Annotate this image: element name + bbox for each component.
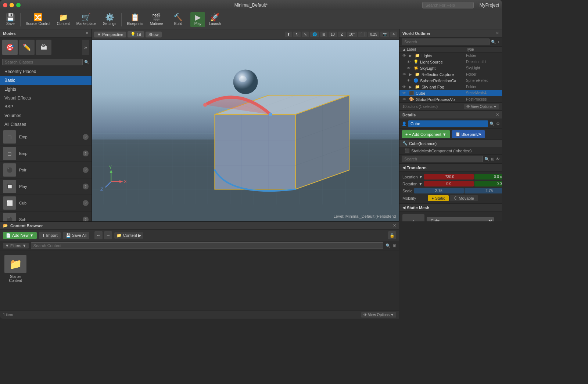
mobility-static-btn[interactable]: ● Static bbox=[428, 195, 449, 201]
outliner-item-skyfog[interactable]: 👁 ▶ 📁 Sky and Fog Folder bbox=[399, 84, 502, 90]
list-item[interactable]: ⚫ Poir ? bbox=[0, 162, 92, 178]
cb-path-item[interactable]: 📁 Content ▶ bbox=[114, 232, 143, 239]
vp-camera-btn[interactable]: 📷 bbox=[380, 32, 389, 37]
save-button[interactable]: 💾 Save bbox=[3, 12, 18, 27]
mobility-movable-btn[interactable]: ⬡ Movable bbox=[450, 195, 478, 201]
rotation-x-input[interactable] bbox=[424, 181, 474, 186]
outliner-item-lightsource[interactable]: 👁 💡 Light Source DirectionalLi bbox=[399, 59, 502, 65]
expand-icon[interactable]: ▶ bbox=[409, 85, 413, 89]
category-visual-effects[interactable]: Visual Effects bbox=[0, 94, 92, 102]
show-btn[interactable]: Show bbox=[146, 32, 162, 37]
category-lights[interactable]: Lights bbox=[0, 85, 92, 94]
item-help-icon[interactable]: ? bbox=[83, 217, 89, 221]
scale-x-input[interactable] bbox=[414, 188, 464, 193]
list-item[interactable]: ◻ Emp ? bbox=[0, 129, 92, 145]
list-item[interactable]: ◻ Emp ? bbox=[0, 145, 92, 162]
vp-world-btn[interactable]: 🌐 bbox=[310, 32, 319, 37]
details-eye-icon[interactable]: 👁 bbox=[496, 157, 500, 161]
help-search-input[interactable] bbox=[422, 2, 474, 8]
blueprints-button[interactable]: 📋 Blueprints bbox=[124, 12, 146, 27]
outliner-item-postprocess[interactable]: 👁 🎨 GlobalPostProcessVo PostProcess bbox=[399, 96, 502, 102]
vp-rotate-btn[interactable]: ↻ bbox=[293, 32, 301, 37]
item-help-icon[interactable]: ? bbox=[83, 151, 89, 156]
category-basic[interactable]: Basic bbox=[0, 76, 92, 85]
save-all-btn[interactable]: 💾 Save All bbox=[63, 232, 90, 239]
source-control-button[interactable]: 🔀 Source Control bbox=[23, 12, 53, 27]
category-bsp[interactable]: BSP bbox=[0, 102, 92, 111]
play-button[interactable]: ▶ Play bbox=[190, 12, 205, 27]
vp-grid-size[interactable]: 10 bbox=[329, 32, 337, 37]
content-button[interactable]: 📁 Content bbox=[54, 12, 73, 27]
vp-scale-btn[interactable]: ⤡ bbox=[302, 32, 309, 37]
modes-close-icon[interactable]: ✕ bbox=[85, 31, 89, 36]
vp-translate-btn[interactable]: ⬆ bbox=[285, 32, 292, 37]
placement-mode-btn[interactable]: 🎯 bbox=[2, 40, 18, 55]
transform-section-header[interactable]: ◀ Transform bbox=[399, 164, 502, 172]
item-help-icon[interactable]: ? bbox=[83, 200, 89, 206]
list-item[interactable]: ⬜ Cub ? bbox=[0, 195, 92, 211]
add-new-btn[interactable]: 📄 Add New ▼ bbox=[3, 232, 37, 239]
list-item[interactable]: 🔲 Play ? bbox=[0, 178, 92, 195]
visibility-icon[interactable]: 👁 bbox=[407, 66, 412, 70]
import-btn[interactable]: ⬇ Import bbox=[39, 232, 61, 239]
rotation-dropdown-icon[interactable]: ▼ bbox=[419, 182, 423, 186]
outliner-search-input[interactable] bbox=[402, 39, 490, 45]
outliner-item-lights[interactable]: 👁 ▶ 📁 Lights Folder bbox=[399, 52, 502, 59]
details-settings-icon[interactable]: ⚙ bbox=[496, 122, 500, 126]
details-search-input[interactable] bbox=[402, 156, 483, 162]
settings-button[interactable]: ⚙️ Settings bbox=[100, 12, 119, 27]
lit-btn[interactable]: 💡 Lit bbox=[128, 31, 144, 37]
perspective-dropdown-btn[interactable]: ▼ Perspective bbox=[94, 32, 126, 37]
outliner-item-skylight[interactable]: 👁 ☀️ SkyLight SkyLight bbox=[399, 65, 502, 71]
visibility-icon[interactable]: 👁 bbox=[407, 60, 412, 64]
visibility-icon[interactable]: 👁 bbox=[402, 91, 408, 95]
visibility-icon[interactable]: 👁 bbox=[402, 54, 408, 58]
expand-icon[interactable]: ▶ bbox=[409, 54, 413, 58]
cb-close-icon[interactable]: ✕ bbox=[393, 223, 396, 228]
details-name-input[interactable] bbox=[408, 120, 488, 127]
search-classes-input[interactable] bbox=[2, 59, 83, 65]
vp-speed[interactable]: 4 bbox=[390, 32, 397, 37]
nav-back-btn[interactable]: ← bbox=[94, 231, 103, 239]
outliner-item-spherereflection[interactable]: 👁 🔵 SphereReflectionCa SphereReflec bbox=[399, 77, 502, 84]
list-item[interactable]: ⚫ Sph ? bbox=[0, 211, 92, 221]
landscape-mode-btn[interactable]: 🏔 bbox=[36, 40, 51, 55]
outliner-item-reflectioncapture[interactable]: 👁 ▶ 📁 ReflectionCapture Folder bbox=[399, 71, 502, 77]
paint-mode-btn[interactable]: ✏️ bbox=[19, 40, 35, 55]
visibility-icon[interactable]: 👁 bbox=[402, 72, 408, 76]
details-browse-icon[interactable]: 🔍 bbox=[490, 122, 495, 126]
filters-btn[interactable]: ▼ Filters ▼ bbox=[3, 243, 29, 249]
rotation-y-input[interactable] bbox=[474, 181, 502, 186]
category-recently-placed[interactable]: Recently Placed bbox=[0, 67, 92, 76]
matinee-button[interactable]: 🎬 Matinee bbox=[147, 12, 166, 27]
scale-y-input[interactable] bbox=[465, 188, 502, 193]
location-y-input[interactable] bbox=[474, 174, 502, 180]
cb-lock-btn[interactable]: 🔒 bbox=[388, 231, 396, 239]
item-help-icon[interactable]: ? bbox=[83, 167, 89, 173]
vp-grid-snap-btn[interactable]: ⊞ bbox=[320, 32, 327, 37]
details-close-icon[interactable]: ✕ bbox=[496, 112, 499, 117]
static-mesh-section-header[interactable]: ◀ Static Mesh bbox=[399, 204, 502, 212]
item-help-icon[interactable]: ? bbox=[83, 184, 89, 189]
vp-angle-snap-btn[interactable]: ∠ bbox=[338, 32, 346, 37]
category-volumes[interactable]: Volumes bbox=[0, 111, 92, 120]
add-component-btn[interactable]: + + Add Component ▼ bbox=[402, 130, 450, 138]
outliner-close-icon[interactable]: ✕ bbox=[496, 31, 499, 36]
visibility-icon[interactable]: 👁 bbox=[407, 79, 412, 83]
modes-expand-btn[interactable]: » bbox=[82, 40, 89, 55]
expand-icon[interactable]: ▶ bbox=[409, 72, 413, 76]
location-x-input[interactable] bbox=[424, 174, 474, 180]
cb-view-options-btn[interactable]: 👁 View Options ▼ bbox=[361, 312, 396, 318]
outliner-item-cube[interactable]: 👁 ⬛ Cube StaticMeshA bbox=[399, 90, 502, 96]
viewport-canvas[interactable]: X Y Z Level: Minimal_Default (Persistent… bbox=[92, 40, 399, 221]
cb-layout-icon[interactable]: ⊞ bbox=[393, 243, 396, 248]
location-dropdown-icon[interactable]: ▼ bbox=[419, 175, 423, 179]
launch-button[interactable]: 🚀 Launch bbox=[206, 12, 224, 27]
blueprint-btn[interactable]: 📋 Blueprint/A bbox=[452, 130, 485, 138]
outliner-view-options-btn[interactable]: 👁 View Options ▼ bbox=[464, 104, 499, 109]
category-all-classes[interactable]: All Classes bbox=[0, 120, 92, 129]
visibility-icon[interactable]: 👁 bbox=[402, 97, 408, 101]
vp-scale-size[interactable]: 0.25 bbox=[368, 32, 379, 37]
vp-angle-size[interactable]: 10° bbox=[347, 32, 357, 37]
minimize-button[interactable] bbox=[10, 3, 14, 7]
